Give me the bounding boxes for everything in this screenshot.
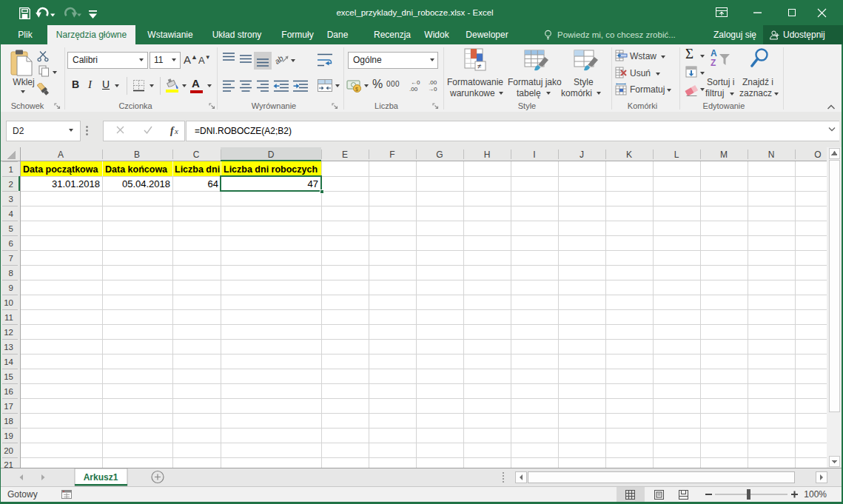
svg-text:H: H [484,149,491,160]
svg-text:13: 13 [4,343,13,352]
svg-text:15: 15 [4,372,13,381]
svg-text:ab: ab [272,53,285,66]
svg-text:18: 18 [4,417,13,426]
svg-text:8: 8 [9,269,13,278]
svg-text:11: 11 [4,313,13,322]
svg-text:14: 14 [4,357,13,366]
svg-text:A: A [711,48,717,58]
svg-text:M: M [720,149,728,160]
svg-text:A: A [58,149,64,160]
svg-text:F: F [389,149,394,160]
svg-text:19: 19 [4,431,13,440]
svg-text:05.04.2018: 05.04.2018 [122,178,170,189]
svg-text:G: G [436,149,443,160]
svg-text:O: O [814,149,821,160]
svg-text:D: D [268,149,275,160]
svg-text:Data końcowa: Data końcowa [105,164,168,175]
svg-text:17: 17 [4,402,13,411]
svg-text:Liczba dni: Liczba dni [175,164,220,175]
svg-text:N: N [768,149,775,160]
svg-text:→0: →0 [428,86,437,93]
svg-text:9: 9 [9,283,13,292]
svg-text:I: I [533,149,535,160]
svg-text:x: x [174,127,178,135]
svg-text:.00: .00 [429,79,437,86]
svg-text:2: 2 [9,180,13,189]
svg-text:$: $ [355,87,358,92]
svg-text:E: E [342,149,348,160]
svg-text:6: 6 [9,239,13,248]
svg-text:20: 20 [4,446,13,455]
svg-text:1: 1 [9,165,13,174]
svg-text:B: B [134,149,140,160]
svg-text:≠: ≠ [477,62,482,70]
svg-text:J: J [580,149,584,160]
svg-text:64: 64 [208,178,218,189]
svg-text:L: L [674,149,679,160]
svg-text:Data początkowa: Data początkowa [23,164,98,175]
svg-text:3: 3 [9,195,13,204]
svg-text:←0: ←0 [411,79,420,86]
svg-text:10: 10 [4,298,13,307]
svg-text:Z: Z [711,58,716,68]
svg-text:.00: .00 [409,86,418,93]
svg-text:7: 7 [9,254,13,263]
svg-text:31.01.2018: 31.01.2018 [52,178,100,189]
svg-text:K: K [626,149,632,160]
svg-text:5: 5 [9,224,13,233]
svg-text:C: C [193,149,200,160]
svg-text:Arkusz1: Arkusz1 [84,472,118,483]
svg-text:4: 4 [9,209,14,218]
svg-text:47: 47 [308,178,318,189]
svg-text:12: 12 [4,328,13,337]
svg-text:16: 16 [4,387,13,396]
svg-text:Liczba dni roboczych: Liczba dni roboczych [224,164,318,175]
svg-text:21: 21 [4,460,13,468]
